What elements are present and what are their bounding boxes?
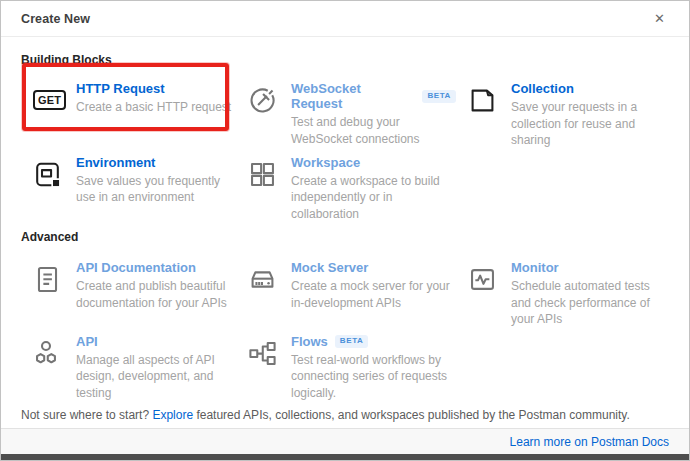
item-title: Mock Server <box>291 260 368 275</box>
item-http-request[interactable]: GET HTTP Request Create a basic HTTP req… <box>21 75 236 149</box>
hint-prefix: Not sure where to start? <box>21 408 152 422</box>
item-desc: Manage all aspects of API design, develo… <box>76 352 236 402</box>
create-new-dialog: Create New ✕ Building Blocks GET HTTP Re… <box>0 0 690 461</box>
beta-badge: BETA <box>422 90 456 103</box>
dialog-title: Create New <box>21 12 90 26</box>
item-desc: Create and publish beautiful documentati… <box>76 278 236 311</box>
item-monitor[interactable]: Monitor Schedule automated tests and che… <box>456 254 669 328</box>
dialog-body: Building Blocks GET HTTP Request Create … <box>1 37 689 422</box>
item-websocket-request[interactable]: WebSocket Request BETA Test and debug yo… <box>236 75 456 149</box>
item-title: Environment <box>76 155 155 170</box>
item-desc: Schedule automated tests and check perfo… <box>511 278 669 328</box>
item-desc: Create a mock server for your in-develop… <box>291 278 456 311</box>
environment-icon <box>31 155 76 223</box>
item-title: Monitor <box>511 260 559 275</box>
building-blocks-grid: GET HTTP Request Create a basic HTTP req… <box>21 75 669 222</box>
item-desc: Create a workspace to build independentl… <box>291 173 456 223</box>
item-workspace[interactable]: Workspace Create a workspace to build in… <box>236 149 456 223</box>
workspace-icon <box>246 155 291 223</box>
item-environment[interactable]: Environment Save values you frequently u… <box>21 149 236 223</box>
item-desc: Test real-world workflows by connecting … <box>291 352 456 402</box>
item-desc: Save your requests in a collection for r… <box>511 99 669 149</box>
monitor-icon <box>466 260 511 328</box>
mock-server-icon <box>246 260 291 328</box>
close-icon[interactable]: ✕ <box>650 8 669 29</box>
item-title: WebSocket Request <box>291 81 415 111</box>
item-desc: Test and debug your WebSocket connection… <box>291 114 456 147</box>
window-bottom-edge <box>1 454 689 460</box>
websocket-icon <box>246 81 291 149</box>
item-title: Flows <box>291 334 328 349</box>
item-collection[interactable]: Collection Save your requests in a colle… <box>456 75 669 149</box>
dialog-footer: Learn more on Postman Docs <box>1 428 689 454</box>
item-title: API <box>76 334 98 349</box>
flows-icon <box>246 334 291 402</box>
starter-hint: Not sure where to start? Explore feature… <box>21 408 669 422</box>
item-mock-server[interactable]: Mock Server Create a mock server for you… <box>236 254 456 328</box>
hint-suffix: featured APIs, collections, and workspac… <box>193 408 630 422</box>
api-documentation-icon <box>31 260 76 328</box>
postman-docs-link[interactable]: Learn more on Postman Docs <box>510 435 669 449</box>
section-label-advanced: Advanced <box>21 230 669 244</box>
collection-icon <box>466 81 511 149</box>
http-get-icon: GET <box>31 81 76 149</box>
item-api[interactable]: API Manage all aspects of API design, de… <box>21 328 236 402</box>
section-label-building-blocks: Building Blocks <box>21 53 669 67</box>
explore-link[interactable]: Explore <box>152 408 193 422</box>
item-title: Collection <box>511 81 574 96</box>
item-flows[interactable]: Flows BETA Test real-world workflows by … <box>236 328 456 402</box>
beta-badge: BETA <box>335 335 369 348</box>
item-desc: Create a basic HTTP request <box>76 99 231 116</box>
item-title: Workspace <box>291 155 360 170</box>
advanced-grid: API Documentation Create and publish bea… <box>21 254 669 401</box>
item-api-documentation[interactable]: API Documentation Create and publish bea… <box>21 254 236 328</box>
item-title: API Documentation <box>76 260 196 275</box>
api-icon <box>31 334 76 402</box>
item-desc: Save values you frequently use in an env… <box>76 173 236 206</box>
item-title: HTTP Request <box>76 81 165 96</box>
dialog-header: Create New ✕ <box>1 1 689 37</box>
